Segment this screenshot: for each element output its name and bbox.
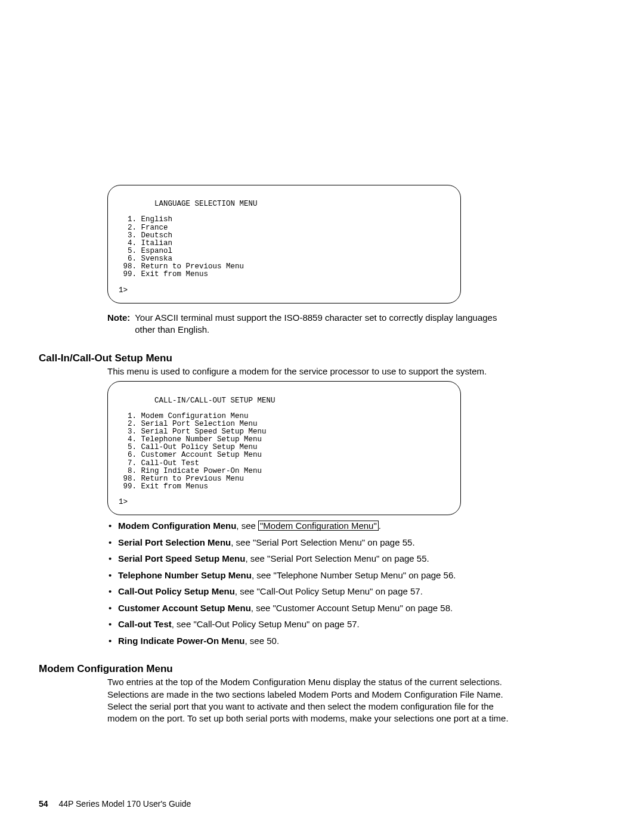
terminal-line: 5. Call-Out Policy Setup Menu [119, 443, 258, 451]
terminal-line: 6. Customer Account Setup Menu [119, 451, 262, 459]
terminal-line: 99. Exit from Menus [119, 270, 208, 278]
terminal-line: 1. Modem Configuration Menu [119, 412, 249, 420]
bullet-mid: , see [236, 521, 258, 531]
cross-reference-link[interactable]: "Modem Configuration Menu" [258, 521, 379, 531]
page-number: 54 [39, 799, 48, 809]
heading-callin-callout: Call-In/Call-Out Setup Menu [39, 352, 605, 364]
list-item: Telephone Number Setup Menu, see "Teleph… [107, 569, 513, 581]
bullet-bold: Serial Port Selection Menu [118, 537, 231, 547]
list-item: Call-Out Policy Setup Menu, see "Call-Ou… [107, 586, 513, 597]
bullet-mid: , see "Serial Port Selection Menu" on pa… [245, 553, 429, 563]
terminal-line: 8. Ring Indicate Power-On Menu [119, 467, 262, 475]
list-item: Serial Port Speed Setup Menu, see "Seria… [107, 553, 513, 565]
bullet-mid: , see "Serial Port Selection Menu" on pa… [231, 537, 414, 547]
terminal-line: 98. Return to Previous Menu [119, 262, 244, 271]
terminal-title: CALL-IN/CALL-OUT SETUP MENU [119, 397, 275, 405]
bullet-mid: , see 50. [245, 636, 280, 646]
footer-title: 44P Series Model 170 User's Guide [58, 799, 191, 809]
bullet-bold: Customer Account Setup Menu [118, 603, 251, 613]
terminal-line: 1. English [119, 215, 172, 224]
list-item: Customer Account Setup Menu, see "Custom… [107, 602, 513, 614]
bullet-bold: Call-Out Policy Setup Menu [118, 586, 235, 596]
list-item: Ring Indicate Power-On Menu, see 50. [107, 635, 513, 647]
terminal-line: 7. Call-Out Test [119, 459, 199, 467]
terminal-line: 2. France [119, 224, 168, 232]
terminal-line: 3. Deutsch [119, 231, 172, 240]
bullet-list: Modem Configuration Menu, see "Modem Con… [107, 520, 513, 646]
terminal-line: 99. Exit from Menus [119, 482, 208, 491]
terminal-prompt: 1> [119, 498, 128, 506]
bullet-mid: , see "Telephone Number Setup Menu" on p… [252, 570, 456, 580]
terminal-line: 98. Return to Previous Menu [119, 475, 244, 483]
bullet-rest: . [379, 521, 381, 531]
terminal-line: 5. Espanol [119, 247, 172, 255]
bullet-mid: , see "Customer Account Setup Menu" on p… [251, 603, 453, 613]
section2-para: Two entries at the top of the Modem Conf… [107, 676, 513, 724]
bullet-bold: Modem Configuration Menu [118, 521, 236, 531]
note-label: Note: [107, 312, 132, 324]
bullet-bold: Call-out Test [118, 619, 172, 629]
bullet-bold: Telephone Number Setup Menu [118, 570, 252, 580]
bullet-mid: , see "Call-Out Policy Setup Menu" on pa… [172, 619, 360, 629]
terminal-callin-callout-menu: CALL-IN/CALL-OUT SETUP MENU 1. Modem Con… [107, 381, 461, 515]
terminal-prompt: 1> [119, 286, 128, 295]
terminal-line: 3. Serial Port Speed Setup Menu [119, 428, 267, 436]
heading-modem-config: Modem Configuration Menu [39, 663, 605, 675]
terminal-language-menu: LANGUAGE SELECTION MENU 1. English 2. Fr… [107, 185, 461, 304]
page-footer: 54 44P Series Model 170 User's Guide [39, 799, 191, 809]
terminal-line: 6. Svenska [119, 255, 172, 263]
terminal-line: 2. Serial Port Selection Menu [119, 420, 258, 428]
bullet-mid: , see "Call-Out Policy Setup Menu" on pa… [235, 586, 423, 596]
bullet-bold: Ring Indicate Power-On Menu [118, 636, 245, 646]
bullet-bold: Serial Port Speed Setup Menu [118, 553, 245, 563]
list-item: Call-out Test, see "Call-Out Policy Setu… [107, 618, 513, 630]
terminal-title: LANGUAGE SELECTION MENU [119, 200, 258, 208]
terminal-line: 4. Italian [119, 239, 172, 247]
note-text: Your ASCII terminal must support the ISO… [135, 312, 501, 336]
list-item: Serial Port Selection Menu, see "Serial … [107, 537, 513, 549]
section1-para: This menu is used to configure a modem f… [107, 366, 513, 377]
terminal-line: 4. Telephone Number Setup Menu [119, 435, 262, 444]
note-block: Note: Your ASCII terminal must support t… [107, 312, 513, 336]
list-item: Modem Configuration Menu, see "Modem Con… [107, 520, 513, 532]
